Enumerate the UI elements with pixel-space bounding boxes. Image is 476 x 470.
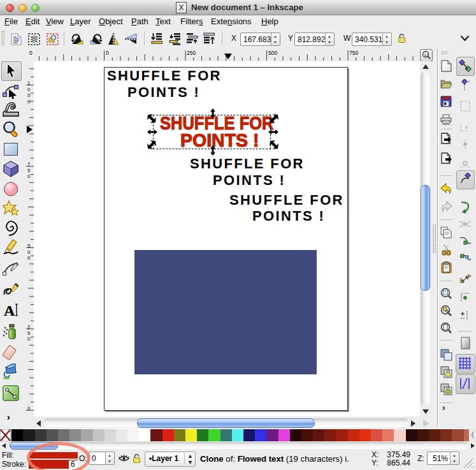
svg-text:1:1: 1:1 [424, 53, 429, 57]
svg-text:A: A [4, 302, 15, 318]
